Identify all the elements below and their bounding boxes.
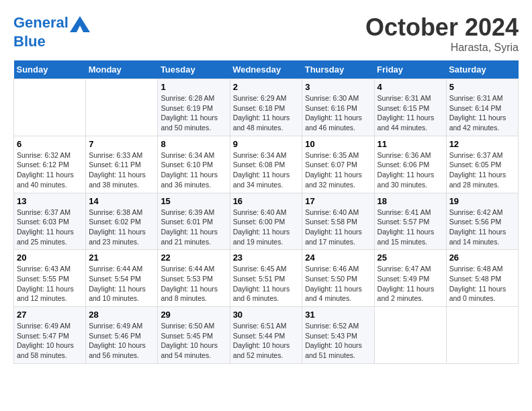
header-day-sunday: Sunday [14, 60, 86, 79]
day-detail: Sunrise: 6:31 AMSunset: 6:14 PMDaylight:… [449, 93, 515, 133]
day-number: 4 [378, 82, 443, 92]
calendar-cell: 28Sunrise: 6:49 AMSunset: 5:46 PMDayligh… [86, 307, 158, 364]
day-detail: Sunrise: 6:40 AMSunset: 5:58 PMDaylight:… [305, 208, 371, 247]
day-detail: Sunrise: 6:39 AMSunset: 6:01 PMDaylight:… [161, 208, 226, 247]
day-number: 16 [233, 196, 300, 206]
day-number: 14 [89, 196, 154, 206]
calendar-week-row: 6Sunrise: 6:32 AMSunset: 6:12 PMDaylight… [14, 136, 519, 193]
logo-icon [70, 13, 90, 34]
day-detail: Sunrise: 6:49 AMSunset: 5:47 PMDaylight:… [17, 321, 83, 361]
header-day-monday: Monday [86, 60, 158, 79]
day-number: 5 [449, 82, 515, 92]
day-number: 1 [161, 82, 226, 92]
day-number: 18 [378, 196, 443, 206]
calendar-cell: 27Sunrise: 6:49 AMSunset: 5:47 PMDayligh… [14, 307, 86, 364]
day-detail: Sunrise: 6:50 AMSunset: 5:45 PMDaylight:… [161, 321, 226, 361]
calendar-header-row: SundayMondayTuesdayWednesdayThursdayFrid… [14, 60, 519, 79]
day-detail: Sunrise: 6:43 AMSunset: 5:55 PMDaylight:… [17, 264, 83, 304]
calendar-week-row: 13Sunrise: 6:37 AMSunset: 6:03 PMDayligh… [14, 193, 519, 250]
calendar-cell: 12Sunrise: 6:37 AMSunset: 6:05 PMDayligh… [446, 136, 518, 193]
day-detail: Sunrise: 6:45 AMSunset: 5:51 PMDaylight:… [233, 264, 300, 304]
calendar-cell: 16Sunrise: 6:40 AMSunset: 6:00 PMDayligh… [230, 193, 302, 250]
day-detail: Sunrise: 6:35 AMSunset: 6:07 PMDaylight:… [305, 150, 371, 190]
calendar-cell: 18Sunrise: 6:41 AMSunset: 5:57 PMDayligh… [374, 193, 446, 250]
calendar-cell [446, 307, 518, 364]
day-detail: Sunrise: 6:40 AMSunset: 6:00 PMDaylight:… [233, 208, 300, 247]
calendar-cell [86, 79, 158, 136]
day-detail: Sunrise: 6:32 AMSunset: 6:12 PMDaylight:… [17, 150, 83, 190]
day-detail: Sunrise: 6:31 AMSunset: 6:15 PMDaylight:… [378, 93, 443, 133]
day-number: 11 [378, 139, 443, 149]
calendar-week-row: 1Sunrise: 6:28 AMSunset: 6:19 PMDaylight… [14, 79, 519, 136]
calendar-cell: 4Sunrise: 6:31 AMSunset: 6:15 PMDaylight… [374, 79, 446, 136]
day-number: 24 [305, 253, 371, 263]
location: Harasta, Syria [365, 42, 519, 54]
day-number: 3 [305, 82, 371, 92]
day-number: 31 [305, 310, 371, 320]
calendar-cell: 20Sunrise: 6:43 AMSunset: 5:55 PMDayligh… [14, 250, 86, 307]
day-number: 6 [17, 139, 83, 149]
calendar-cell: 6Sunrise: 6:32 AMSunset: 6:12 PMDaylight… [14, 136, 86, 193]
day-detail: Sunrise: 6:28 AMSunset: 6:19 PMDaylight:… [161, 93, 226, 133]
calendar-cell: 14Sunrise: 6:38 AMSunset: 6:02 PMDayligh… [86, 193, 158, 250]
header-day-thursday: Thursday [302, 60, 374, 79]
calendar-cell: 30Sunrise: 6:51 AMSunset: 5:44 PMDayligh… [230, 307, 302, 364]
calendar-cell: 24Sunrise: 6:46 AMSunset: 5:50 PMDayligh… [302, 250, 374, 307]
calendar-cell: 31Sunrise: 6:52 AMSunset: 5:43 PMDayligh… [302, 307, 374, 364]
day-number: 19 [449, 196, 515, 206]
day-detail: Sunrise: 6:49 AMSunset: 5:46 PMDaylight:… [89, 321, 154, 361]
day-number: 28 [89, 310, 154, 320]
day-number: 21 [89, 253, 154, 263]
header-day-saturday: Saturday [446, 60, 518, 79]
calendar-cell: 10Sunrise: 6:35 AMSunset: 6:07 PMDayligh… [302, 136, 374, 193]
header-day-tuesday: Tuesday [158, 60, 230, 79]
calendar-cell: 22Sunrise: 6:44 AMSunset: 5:53 PMDayligh… [158, 250, 230, 307]
day-number: 9 [233, 139, 300, 149]
calendar-cell: 21Sunrise: 6:44 AMSunset: 5:54 PMDayligh… [86, 250, 158, 307]
month-title: October 2024 [365, 13, 519, 42]
calendar-cell: 11Sunrise: 6:36 AMSunset: 6:06 PMDayligh… [374, 136, 446, 193]
day-number: 27 [17, 310, 83, 320]
calendar-week-row: 20Sunrise: 6:43 AMSunset: 5:55 PMDayligh… [14, 250, 519, 307]
calendar-cell: 23Sunrise: 6:45 AMSunset: 5:51 PMDayligh… [230, 250, 302, 307]
day-detail: Sunrise: 6:38 AMSunset: 6:02 PMDaylight:… [89, 208, 154, 247]
calendar-cell: 15Sunrise: 6:39 AMSunset: 6:01 PMDayligh… [158, 193, 230, 250]
day-number: 22 [161, 253, 226, 263]
day-detail: Sunrise: 6:47 AMSunset: 5:49 PMDaylight:… [378, 264, 443, 304]
day-number: 20 [17, 253, 83, 263]
day-number: 2 [233, 82, 300, 92]
day-detail: Sunrise: 6:48 AMSunset: 5:48 PMDaylight:… [449, 264, 515, 304]
calendar-cell: 17Sunrise: 6:40 AMSunset: 5:58 PMDayligh… [302, 193, 374, 250]
day-detail: Sunrise: 6:30 AMSunset: 6:16 PMDaylight:… [305, 93, 371, 133]
calendar-cell: 29Sunrise: 6:50 AMSunset: 5:45 PMDayligh… [158, 307, 230, 364]
logo: General Blue [13, 13, 90, 50]
day-number: 17 [305, 196, 371, 206]
day-number: 29 [161, 310, 226, 320]
day-detail: Sunrise: 6:33 AMSunset: 6:11 PMDaylight:… [89, 150, 154, 190]
day-number: 30 [233, 310, 300, 320]
day-detail: Sunrise: 6:46 AMSunset: 5:50 PMDaylight:… [305, 264, 371, 304]
calendar-cell: 5Sunrise: 6:31 AMSunset: 6:14 PMDaylight… [446, 79, 518, 136]
title-block: October 2024 Harasta, Syria [365, 13, 519, 54]
logo-blue-text: Blue [13, 34, 90, 50]
day-detail: Sunrise: 6:41 AMSunset: 5:57 PMDaylight:… [378, 208, 443, 247]
day-detail: Sunrise: 6:52 AMSunset: 5:43 PMDaylight:… [305, 321, 371, 361]
day-detail: Sunrise: 6:44 AMSunset: 5:54 PMDaylight:… [89, 264, 154, 304]
calendar-body: 1Sunrise: 6:28 AMSunset: 6:19 PMDaylight… [14, 79, 519, 364]
day-number: 13 [17, 196, 83, 206]
calendar-cell: 1Sunrise: 6:28 AMSunset: 6:19 PMDaylight… [158, 79, 230, 136]
day-detail: Sunrise: 6:34 AMSunset: 6:08 PMDaylight:… [233, 150, 300, 190]
day-number: 15 [161, 196, 226, 206]
day-number: 7 [89, 139, 154, 149]
calendar-cell [374, 307, 446, 364]
header-day-wednesday: Wednesday [230, 60, 302, 79]
calendar-table: SundayMondayTuesdayWednesdayThursdayFrid… [13, 60, 519, 364]
day-detail: Sunrise: 6:44 AMSunset: 5:53 PMDaylight:… [161, 264, 226, 304]
calendar-cell: 13Sunrise: 6:37 AMSunset: 6:03 PMDayligh… [14, 193, 86, 250]
day-detail: Sunrise: 6:36 AMSunset: 6:06 PMDaylight:… [378, 150, 443, 190]
calendar-cell: 9Sunrise: 6:34 AMSunset: 6:08 PMDaylight… [230, 136, 302, 193]
calendar-cell: 3Sunrise: 6:30 AMSunset: 6:16 PMDaylight… [302, 79, 374, 136]
day-detail: Sunrise: 6:29 AMSunset: 6:18 PMDaylight:… [233, 93, 300, 133]
calendar-week-row: 27Sunrise: 6:49 AMSunset: 5:47 PMDayligh… [14, 307, 519, 364]
calendar-cell [14, 79, 86, 136]
